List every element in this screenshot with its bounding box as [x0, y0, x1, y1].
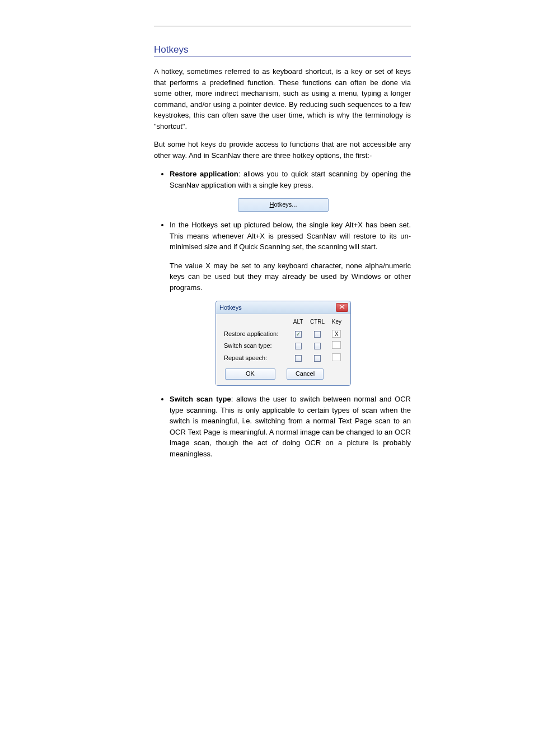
bullet-lead: Switch scan type [170, 395, 231, 403]
bullet-lead: In the Hotkeys set up [170, 221, 241, 229]
intro-paragraph-1: A hotkey, sometimes referred to as keybo… [154, 66, 411, 132]
key-input[interactable] [332, 353, 341, 361]
ok-button[interactable]: OK [225, 368, 275, 380]
bullet-list: Restore application: allows you to quick… [154, 169, 411, 190]
table-row: Repeat speech: [222, 352, 345, 364]
hotkeys-button-figure: Hotkeys... [238, 198, 329, 212]
ctrl-checkbox[interactable] [314, 355, 321, 362]
cancel-button[interactable]: Cancel [287, 368, 324, 380]
row-label: Switch scan type: [222, 339, 290, 352]
col-ctrl: CTRL [306, 318, 328, 328]
bullet-switch-scan-type: Switch scan type: allows the user to swi… [170, 394, 411, 459]
alt-checkbox[interactable] [295, 355, 302, 362]
dialog-titlebar: Hotkeys [216, 301, 350, 314]
header-rule [154, 26, 411, 26]
ctrl-checkbox[interactable] [314, 331, 321, 338]
dialog-button-row: OK Cancel [222, 368, 345, 380]
key-input[interactable] [332, 341, 341, 349]
ctrl-checkbox[interactable] [314, 343, 321, 349]
document-page: Hotkeys A hotkey, sometimes referred to … [0, 0, 534, 756]
alt-checkbox[interactable] [295, 331, 302, 338]
dialog-title: Hotkeys [219, 304, 242, 311]
key-input[interactable]: X [332, 330, 341, 338]
bullet-list-2: In the Hotkeys set up pictured below, th… [154, 220, 411, 253]
page-header [154, 26, 411, 29]
hotkeys-table: ALT CTRL Key Restore application: X Swit… [222, 318, 345, 364]
bullet-hotkeys-setup: In the Hotkeys set up pictured below, th… [170, 220, 411, 253]
bullet-list-3: Switch scan type: allows the user to swi… [154, 394, 411, 459]
bullet-lead: Restore application [170, 170, 238, 178]
dialog-body: ALT CTRL Key Restore application: X Swit… [216, 314, 350, 385]
col-key: Key [329, 318, 345, 328]
hotkeys-button-rest: otkeys... [274, 201, 297, 208]
table-row: Switch scan type: [222, 339, 345, 352]
table-row: Restore application: X [222, 328, 345, 339]
row-label: Restore application: [222, 328, 290, 339]
alt-checkbox[interactable] [295, 343, 302, 349]
bullet-restore-application: Restore application: allows you to quick… [170, 169, 411, 190]
close-icon [339, 305, 345, 309]
table-header-row: ALT CTRL Key [222, 318, 345, 328]
row-label: Repeat speech: [222, 352, 290, 364]
intro-paragraph-2: But some hot keys do provide access to f… [154, 139, 411, 161]
section-heading: Hotkeys [154, 44, 411, 55]
bullet-extra-paragraph: The value X may be set to any keyboard c… [170, 260, 411, 293]
col-alt: ALT [290, 318, 307, 328]
bullet-text: : allows the user to switch between norm… [170, 395, 411, 458]
section-rule [154, 57, 411, 57]
dialog-close-button[interactable] [336, 303, 348, 312]
hotkeys-dialog-figure: Hotkeys ALT CTRL Key Restore application… [216, 301, 351, 386]
